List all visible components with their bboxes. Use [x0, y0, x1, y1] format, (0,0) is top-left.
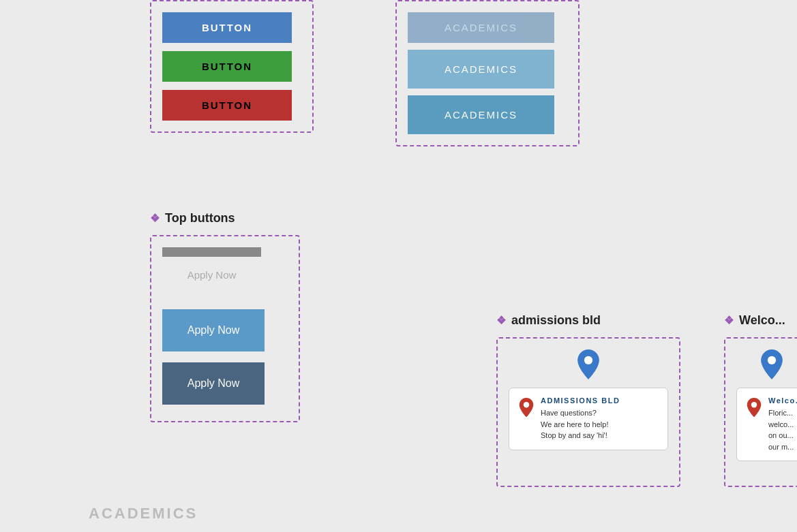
gray-bar: [162, 247, 261, 257]
popup-line2: We are here to help!: [541, 419, 620, 431]
welcome-line2: welco...: [768, 419, 797, 431]
red-button[interactable]: BUTTON: [162, 90, 292, 121]
academics-dashed-box: ACADEMICS ACADEMICS ACADEMICS: [395, 0, 580, 146]
map-pin-large: [576, 349, 601, 379]
welcome-title: ❖ Welco...: [724, 313, 797, 328]
map-pin-small: [519, 398, 534, 417]
welcome-section: ❖ Welco... Welco... Floric... welco... o…: [724, 313, 797, 487]
academics-button-mid[interactable]: ACADEMICS: [408, 50, 554, 89]
top-buttons-dashed-box: Apply Now Apply Now Apply Now: [150, 235, 300, 422]
welcome-line4: our m...: [768, 441, 797, 453]
admissions-title: ❖ admissions bld: [496, 313, 680, 328]
blue-button[interactable]: BUTTON: [162, 12, 292, 43]
popup-line3: Stop by and say 'hi'!: [541, 430, 620, 441]
welcome-label: Welco...: [739, 313, 785, 328]
admissions-label: admissions bld: [511, 313, 601, 328]
welcome-map-pin: [760, 349, 784, 379]
diamond-icon: ❖: [150, 212, 160, 225]
academics-button-top[interactable]: ACADEMICS: [408, 12, 554, 43]
welcome-line3: on ou...: [768, 430, 797, 441]
academics-section: ACADEMICS ACADEMICS ACADEMICS: [395, 0, 580, 146]
buttons-section: BUTTON BUTTON BUTTON: [150, 0, 314, 133]
apply-now-dark[interactable]: Apply Now: [162, 362, 265, 405]
admissions-dashed-box: ADMISSIONS BLD Have questions? We are he…: [496, 337, 680, 487]
svg-point-1: [524, 402, 529, 407]
welcome-popup-title: Welco...: [768, 396, 797, 405]
welcome-line1: Floric...: [768, 407, 797, 419]
academics-button-bot[interactable]: ACADEMICS: [408, 95, 554, 134]
welcome-popup: Welco... Floric... welco... on ou... our…: [736, 388, 797, 461]
apply-now-ghost[interactable]: Apply Now: [162, 260, 261, 290]
top-buttons-label: Top buttons: [165, 211, 235, 225]
admissions-popup: ADMISSIONS BLD Have questions? We are he…: [509, 388, 668, 450]
green-button[interactable]: BUTTON: [162, 51, 292, 82]
top-buttons-section: ❖ Top buttons Apply Now Apply Now Apply …: [150, 211, 300, 422]
academics-bottom-text: ACADEMICS: [89, 505, 198, 522]
svg-point-0: [584, 356, 592, 364]
admissions-section: ❖ admissions bld ADMISSIONS BLD Have que…: [496, 313, 680, 487]
welcome-dashed-box: Welco... Floric... welco... on ou... our…: [724, 337, 797, 487]
welcome-diamond-icon: ❖: [724, 314, 734, 327]
svg-point-2: [768, 356, 776, 364]
top-buttons-title: ❖ Top buttons: [150, 211, 300, 225]
buttons-dashed-box: BUTTON BUTTON BUTTON: [150, 0, 314, 133]
apply-now-light[interactable]: Apply Now: [162, 309, 265, 351]
svg-point-3: [751, 402, 757, 407]
admissions-diamond-icon: ❖: [496, 314, 506, 327]
main-container: BUTTON BUTTON BUTTON ACADEMICS ACADEMICS…: [0, 0, 797, 532]
welcome-popup-content: Welco... Floric... welco... on ou... our…: [768, 396, 797, 452]
popup-title: ADMISSIONS BLD: [541, 396, 620, 405]
admissions-popup-content: ADMISSIONS BLD Have questions? We are he…: [541, 396, 620, 441]
popup-line1: Have questions?: [541, 407, 620, 419]
welcome-pin-small: [747, 398, 762, 417]
